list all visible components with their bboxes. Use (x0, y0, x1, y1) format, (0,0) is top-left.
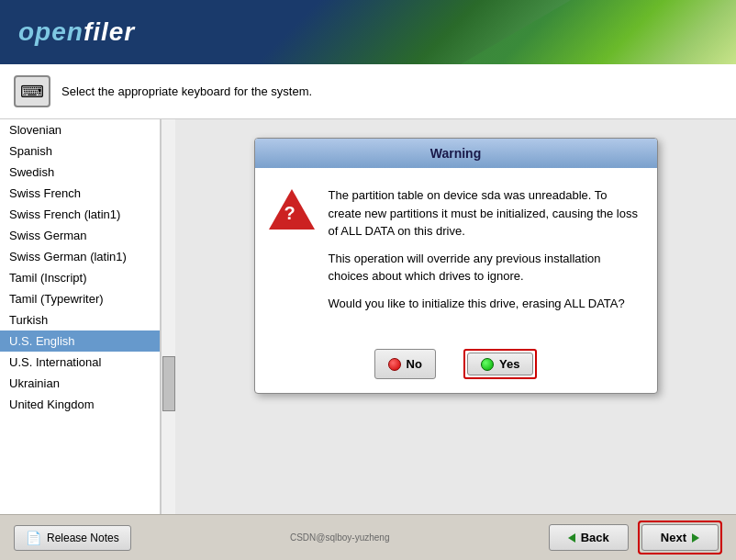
dialog-area: Warning The partition table on device sd… (175, 119, 736, 514)
keyboard-list-item[interactable]: Swiss German (latin1) (0, 246, 160, 267)
watermark-text: CSDN@sqlboy-yuzheng (290, 532, 390, 543)
keyboard-list-item[interactable]: Swiss French (0, 183, 160, 204)
footer: 📄 Release Notes CSDN@sqlboy-yuzheng Back… (0, 514, 736, 560)
warning-text: The partition table on device sda was un… (329, 186, 643, 321)
list-scrollbar[interactable] (161, 119, 175, 514)
back-button[interactable]: Back (549, 524, 629, 551)
warning-title-bar: Warning (255, 139, 657, 168)
keyboard-list-item[interactable]: Turkish (0, 309, 160, 330)
header-decoration (461, 0, 736, 64)
next-button[interactable]: Next (641, 524, 719, 551)
scroll-thumb[interactable] (162, 356, 175, 411)
keyboard-list-item[interactable]: U.S. English (0, 330, 160, 352)
keyboard-list-item[interactable]: U.S. International (0, 352, 160, 373)
no-button-label: No (407, 357, 422, 371)
release-notes-label: Release Notes (47, 532, 119, 544)
next-arrow-icon (692, 533, 699, 543)
logo-filer: filer (84, 17, 135, 46)
keyboard-list[interactable]: SlovenianSpanishSwedishSwiss FrenchSwiss… (0, 119, 161, 514)
warning-body: The partition table on device sda was un… (255, 168, 657, 340)
keyboard-list-item[interactable]: Swiss German (0, 225, 160, 246)
header: openfiler (0, 0, 736, 64)
keyboard-list-item[interactable]: Swedish (0, 162, 160, 183)
keyboard-list-item[interactable]: Ukrainian (0, 373, 160, 394)
yes-button-wrapper: Yes (463, 349, 537, 379)
back-arrow-icon (568, 533, 575, 543)
content-row: SlovenianSpanishSwedishSwiss FrenchSwiss… (0, 119, 736, 514)
warning-triangle-icon (269, 189, 315, 230)
next-label: Next (661, 531, 686, 544)
warning-text-3: Would you like to initialize this drive,… (329, 295, 643, 313)
keyboard-list-item[interactable]: Spanish (0, 140, 160, 162)
footer-left: 📄 Release Notes (14, 525, 131, 551)
keyboard-icon: ⌨ (14, 75, 50, 107)
main-content: ⌨ Select the appropriate keyboard for th… (0, 64, 736, 514)
no-button[interactable]: No (374, 349, 436, 379)
instruction-bar: ⌨ Select the appropriate keyboard for th… (0, 64, 736, 119)
document-icon: 📄 (26, 531, 41, 545)
warning-title: Warning (430, 146, 481, 161)
green-dot-icon (481, 358, 494, 371)
keyboard-list-item[interactable]: Swiss French (latin1) (0, 204, 160, 225)
red-dot-icon (388, 358, 401, 371)
keyboard-list-item[interactable]: United Kingdom (0, 394, 160, 415)
release-notes-button[interactable]: 📄 Release Notes (14, 525, 131, 551)
keyboard-list-item[interactable]: Tamil (Typewriter) (0, 288, 160, 309)
yes-button-label: Yes (499, 357, 519, 371)
yes-button[interactable]: Yes (467, 353, 533, 375)
warning-dialog: Warning The partition table on device sd… (254, 138, 658, 394)
warning-buttons: No Yes (255, 340, 657, 393)
instruction-text: Select the appropriate keyboard for the … (61, 84, 312, 98)
footer-right: Back Next (549, 521, 722, 554)
next-button-wrapper: Next (638, 521, 722, 554)
keyboard-list-item[interactable]: Slovenian (0, 119, 160, 140)
logo: openfiler (18, 17, 135, 47)
keyboard-list-item[interactable]: Tamil (Inscript) (0, 267, 160, 288)
warning-text-1: The partition table on device sda was un… (329, 186, 643, 241)
back-label: Back (581, 531, 609, 544)
warning-icon (269, 186, 315, 232)
logo-open: open (18, 17, 84, 46)
warning-text-2: This operation will override any previou… (329, 250, 643, 286)
